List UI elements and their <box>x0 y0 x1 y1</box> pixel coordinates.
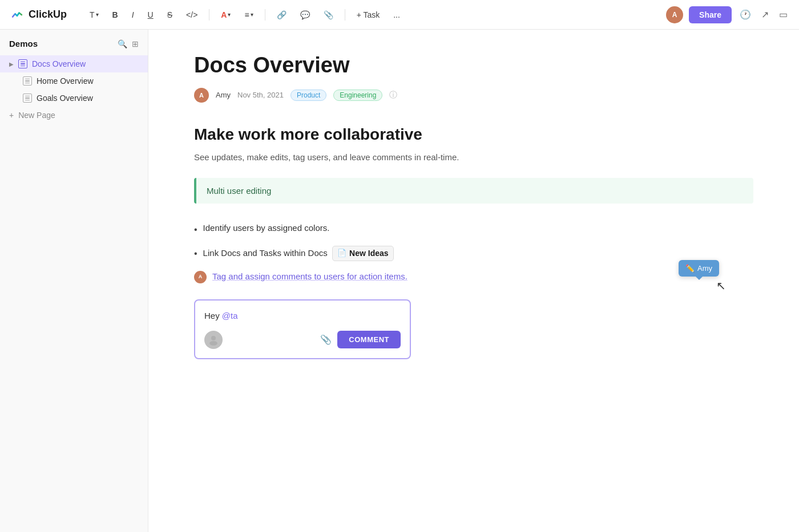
doc-icon <box>18 59 27 68</box>
comment-submit-button[interactable]: COMMENT <box>337 331 401 348</box>
bullet-text-1: Identify users by assigned colors. <box>203 222 330 235</box>
add-task-button[interactable]: + Task <box>352 8 385 22</box>
share-button[interactable]: Share <box>689 6 732 23</box>
author-name: Amy <box>216 91 231 99</box>
nav-arrow-icon: ▶ <box>9 61 14 67</box>
clickup-logo-icon <box>9 7 25 23</box>
doc-link-chip[interactable]: 📄 New Ideas <box>332 246 393 261</box>
tooltip-pencil-icon: ✏️ <box>685 263 695 274</box>
bullet-user-avatar: A <box>194 271 207 283</box>
code-button[interactable]: </> <box>181 8 202 22</box>
toolbar-separator-3 <box>345 9 345 21</box>
sidebar-item-home-overview[interactable]: Home Overview <box>0 72 148 90</box>
svg-point-1 <box>211 336 216 340</box>
logo-text: ClickUp <box>29 9 67 21</box>
comment-actions: 📎 COMMENT <box>320 331 401 348</box>
text-format-button[interactable]: T ▾ <box>85 8 103 22</box>
italic-button[interactable]: I <box>127 8 139 22</box>
sidebar: Demos 🔍 ⊞ ▶ Docs Overview <box>0 30 148 532</box>
user-tooltip: ✏️ Amy <box>679 260 719 277</box>
sidebar-title: Demos <box>9 39 38 48</box>
section-subtext: See updates, make edits, tag users, and … <box>194 151 753 164</box>
list-item: • Link Docs and Tasks within Docs 📄 New … <box>194 241 753 266</box>
user-avatar: A <box>666 6 683 23</box>
color-button[interactable]: A ▾ <box>216 8 235 22</box>
doc-date: Nov 5th, 2021 <box>237 91 284 99</box>
cursor-icon: ↖ <box>716 277 726 294</box>
underline-button[interactable]: U <box>143 8 158 22</box>
list-item: • Identify users by assigned colors. <box>194 217 753 241</box>
list-item-tagged: A Tag and assign comments to users for a… <box>194 266 753 288</box>
doc-icon-home <box>23 76 32 86</box>
align-button[interactable]: ≡ ▾ <box>240 8 257 22</box>
sidebar-item-goals-overview[interactable]: Goals Overview <box>0 90 148 107</box>
callout-block: Multi user editing <box>194 178 753 204</box>
bullet-text-3: Tag and assign comments to users for act… <box>212 270 407 283</box>
chip-label: New Ideas <box>349 247 388 259</box>
layout-icon: ▭ <box>779 10 788 19</box>
author-avatar: A <box>194 88 209 103</box>
bullet-list: • Identify users by assigned colors. • L… <box>194 217 753 288</box>
svg-point-2 <box>209 341 217 346</box>
comment-icon: 💬 <box>300 10 310 19</box>
logo: ClickUp <box>9 7 67 23</box>
section-heading: Make work more collaborative <box>194 125 753 144</box>
main-area: Demos 🔍 ⊞ ▶ Docs Overview <box>0 30 799 532</box>
layout-button[interactable]: ▭ <box>777 7 790 22</box>
sidebar-item-docs-overview[interactable]: ▶ Docs Overview <box>0 55 148 72</box>
comment-input-text[interactable]: Hey @ta <box>204 310 401 322</box>
comment-box: Hey @ta 📎 COMMENT <box>194 299 411 359</box>
tag-product[interactable]: Product <box>290 90 326 101</box>
new-page-label: New Page <box>18 111 55 120</box>
document-title: Docs Overview <box>194 52 753 79</box>
link-button[interactable]: 🔗 <box>272 8 291 22</box>
sidebar-item-label: Docs Overview <box>32 59 86 68</box>
bullet-dot: • <box>194 247 197 261</box>
document-content: Docs Overview A Amy Nov 5th, 2021 Produc… <box>148 30 799 532</box>
commenter-avatar <box>204 331 223 349</box>
new-page-button[interactable]: + New Page <box>0 107 148 124</box>
info-icon[interactable]: ⓘ <box>389 90 397 100</box>
comment-attach-icon[interactable]: 📎 <box>320 334 332 345</box>
link-icon: 🔗 <box>277 10 286 19</box>
toolbar-separator <box>209 9 209 21</box>
new-page-icon[interactable]: ⊞ <box>132 39 139 48</box>
bullet-dot: • <box>194 223 197 237</box>
attach-icon: 📎 <box>324 10 333 19</box>
comment-button[interactable]: 💬 <box>296 8 314 22</box>
toolbar-right: A Share 🕐 ↗ ▭ <box>666 6 790 23</box>
bullet-text-2: Link Docs and Tasks within Docs 📄 New Id… <box>203 246 394 261</box>
sidebar-item-label: Home Overview <box>37 76 94 86</box>
history-button[interactable]: 🕐 <box>737 7 753 22</box>
more-button[interactable]: ... <box>389 8 405 22</box>
download-icon: ↗ <box>761 10 769 19</box>
sidebar-header: Demos 🔍 ⊞ <box>0 39 148 55</box>
clock-icon: 🕐 <box>740 10 751 19</box>
tagged-text: Tag and assign comments to users for act… <box>212 271 407 281</box>
comment-mention: @ta <box>222 311 238 320</box>
strikethrough-button[interactable]: S <box>163 8 177 22</box>
toolbar: ClickUp T ▾ B I U S </> A ▾ ≡ ▾ 🔗 💬 📎 + … <box>0 0 799 30</box>
tooltip-user-name: Amy <box>697 263 712 274</box>
add-icon: + <box>9 111 14 120</box>
attach-button[interactable]: 📎 <box>319 8 338 22</box>
text-icon: T <box>90 10 95 19</box>
comment-footer: 📎 COMMENT <box>204 331 401 349</box>
doc-link-icon: 📄 <box>337 247 346 259</box>
bold-button[interactable]: B <box>108 8 123 22</box>
tag-engineering[interactable]: Engineering <box>333 90 382 101</box>
search-icon[interactable]: 🔍 <box>118 39 127 48</box>
doc-meta: A Amy Nov 5th, 2021 Product Engineering … <box>194 88 753 103</box>
sidebar-action-icons: 🔍 ⊞ <box>118 39 139 48</box>
toolbar-separator-2 <box>265 9 265 21</box>
avatar-svg <box>208 334 219 346</box>
download-button[interactable]: ↗ <box>759 7 771 22</box>
doc-icon-goals <box>23 94 32 103</box>
sidebar-item-label: Goals Overview <box>37 94 93 103</box>
